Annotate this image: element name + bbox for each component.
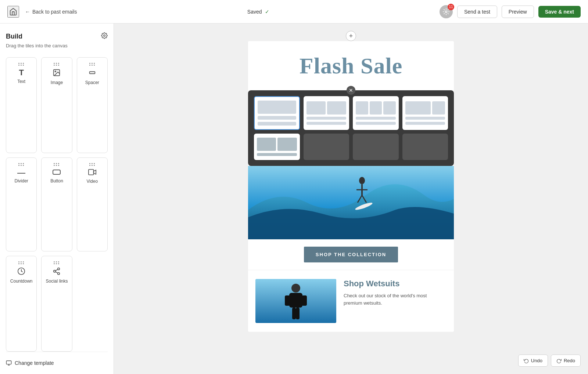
sidebar-header: Build bbox=[6, 32, 108, 41]
nav-right: 11 Send a test Preview Save & next bbox=[440, 5, 581, 18]
tile-video[interactable]: Video bbox=[77, 157, 108, 252]
wetsuit-image bbox=[255, 279, 336, 323]
svg-point-1 bbox=[104, 35, 105, 37]
tile-drag-dots bbox=[89, 63, 95, 66]
tile-divider[interactable]: Divider bbox=[6, 157, 37, 252]
tile-drag-dots bbox=[54, 163, 60, 166]
spacer-tile-icon bbox=[88, 69, 96, 78]
tile-image[interactable]: Image bbox=[41, 57, 72, 153]
tile-countdown-label: Countdown bbox=[10, 279, 33, 284]
layout-option-dark3[interactable] bbox=[402, 134, 448, 160]
avatar-group: 11 bbox=[440, 5, 453, 18]
layout-option-dark1[interactable] bbox=[304, 134, 349, 160]
sidebar-subtitle: Drag the tiles into the canvas bbox=[6, 43, 108, 48]
countdown-tile-icon bbox=[17, 267, 25, 276]
svg-point-11 bbox=[54, 270, 56, 273]
svg-rect-27 bbox=[289, 293, 302, 308]
svg-rect-4 bbox=[89, 72, 95, 74]
shop-wetsuits-section: Shop Wetsuits Check out our stock of the… bbox=[248, 270, 454, 332]
video-tile-icon bbox=[88, 169, 96, 177]
svg-rect-30 bbox=[292, 308, 296, 319]
tile-text[interactable]: T Text bbox=[6, 57, 37, 153]
tile-spacer[interactable]: Spacer bbox=[77, 57, 108, 153]
svg-point-19 bbox=[359, 177, 365, 184]
tile-grid: T Text Image bbox=[6, 57, 108, 352]
svg-rect-31 bbox=[296, 308, 300, 319]
svg-point-12 bbox=[58, 273, 60, 275]
layout-option-single[interactable] bbox=[254, 96, 300, 130]
sidebar: Build Drag the tiles into the canvas T T… bbox=[0, 23, 114, 374]
layout-option-three-col[interactable] bbox=[353, 96, 399, 130]
tile-social-links-label: Social links bbox=[46, 279, 68, 284]
layout-option-two-col[interactable] bbox=[304, 96, 349, 130]
svg-point-3 bbox=[55, 71, 56, 72]
saved-status: Saved ✓ bbox=[247, 9, 269, 15]
svg-line-14 bbox=[55, 269, 58, 271]
tile-drag-dots bbox=[89, 163, 95, 166]
layout-option-sidebar-left[interactable] bbox=[254, 134, 300, 160]
layout-option-sidebar-right[interactable] bbox=[402, 96, 448, 130]
svg-point-0 bbox=[445, 11, 447, 12]
nav-left: Back to past emails bbox=[7, 6, 77, 18]
tile-social-links[interactable]: Social links bbox=[41, 256, 72, 352]
tile-text-label: Text bbox=[17, 79, 25, 84]
tile-drag-dots bbox=[54, 63, 60, 66]
wetsuit-text-content: Shop Wetsuits Check out our stock of the… bbox=[344, 279, 447, 306]
layout-picker[interactable] bbox=[248, 90, 454, 166]
save-next-button[interactable]: Save & next bbox=[538, 6, 581, 18]
saved-label: Saved bbox=[247, 9, 262, 15]
sidebar-footer: Change template bbox=[6, 352, 108, 368]
add-section-top-button[interactable]: + bbox=[346, 31, 356, 41]
surf-image-section bbox=[248, 166, 454, 239]
svg-rect-7 bbox=[89, 169, 94, 175]
back-link[interactable]: Back to past emails bbox=[25, 9, 77, 15]
shop-btn-section: SHOP THE COLLECTION bbox=[248, 239, 454, 270]
saved-checkmark: ✓ bbox=[265, 9, 269, 15]
tile-drag-dots bbox=[54, 261, 60, 264]
image-tile-icon bbox=[53, 69, 61, 78]
undo-button[interactable]: Undo bbox=[518, 355, 548, 367]
tile-countdown[interactable]: Countdown bbox=[6, 256, 37, 352]
notification-badge: 11 bbox=[448, 4, 454, 10]
wetsuit-description: Check out our stock of the world's most … bbox=[344, 292, 447, 306]
tile-video-label: Video bbox=[87, 179, 98, 184]
wetsuit-title: Shop Wetsuits bbox=[344, 279, 447, 288]
top-navigation: Back to past emails Saved ✓ 11 Send a te… bbox=[0, 0, 588, 23]
social-links-tile-icon bbox=[53, 267, 61, 276]
surf-image bbox=[248, 166, 454, 239]
preview-button[interactable]: Preview bbox=[502, 6, 534, 18]
tile-drag-dots bbox=[18, 163, 24, 166]
undo-label: Undo bbox=[531, 358, 542, 363]
text-tile-icon: T bbox=[19, 69, 24, 77]
svg-point-26 bbox=[291, 284, 300, 293]
flash-sale-title: Flash Sale bbox=[255, 53, 447, 79]
canvas-inner: + Flash Sale ✕ bbox=[248, 31, 454, 332]
tile-drag-dots bbox=[18, 261, 24, 264]
svg-rect-29 bbox=[302, 295, 307, 306]
tile-button[interactable]: Button bbox=[41, 157, 72, 252]
tile-spacer-label: Spacer bbox=[85, 80, 99, 85]
home-button[interactable] bbox=[7, 6, 19, 18]
shop-collection-button[interactable]: SHOP THE COLLECTION bbox=[304, 247, 398, 262]
send-test-button[interactable]: Send a test bbox=[457, 6, 497, 18]
flash-sale-section: Flash Sale bbox=[248, 41, 454, 91]
tile-image-label: Image bbox=[51, 80, 63, 85]
layout-option-dark2[interactable] bbox=[353, 134, 399, 160]
redo-button[interactable]: Redo bbox=[551, 355, 581, 367]
svg-point-10 bbox=[58, 268, 60, 270]
svg-marker-8 bbox=[93, 170, 96, 174]
email-card: Flash Sale ✕ bbox=[248, 41, 454, 332]
canvas-area: + Flash Sale ✕ bbox=[114, 23, 588, 374]
tile-divider-label: Divider bbox=[14, 178, 28, 184]
redo-label: Redo bbox=[564, 358, 575, 363]
close-layout-picker-button[interactable]: ✕ bbox=[347, 86, 355, 95]
tile-button-label: Button bbox=[50, 178, 63, 184]
tile-drag-dots bbox=[18, 63, 24, 66]
change-template-label: Change template bbox=[15, 360, 54, 366]
svg-rect-15 bbox=[6, 361, 11, 364]
svg-line-13 bbox=[55, 272, 58, 273]
gear-button[interactable] bbox=[101, 32, 108, 41]
layout-picker-container: ✕ bbox=[248, 90, 454, 166]
change-template-button[interactable]: Change template bbox=[6, 358, 54, 368]
divider-tile-icon bbox=[17, 169, 25, 176]
